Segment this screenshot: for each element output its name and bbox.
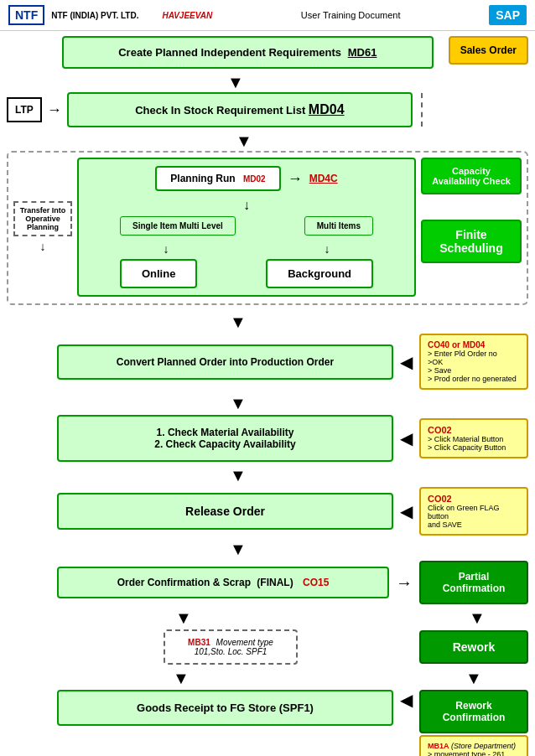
create-planned-label: Create Planned Independent Requirements bbox=[118, 46, 341, 59]
md61-code: MD61 bbox=[348, 46, 377, 59]
check-avail-main: 1. Check Material Availability 2. Check … bbox=[57, 415, 393, 462]
arrow-3: ▼ bbox=[7, 310, 528, 334]
co002-rel-l2: and SAVE bbox=[428, 520, 520, 529]
finite-scheduling-box: Finite Scheduling bbox=[421, 220, 522, 263]
arrows-7: ▼ ▼ bbox=[7, 606, 528, 629]
header: NTF NTF (INDIA) PVT. LTD. HAVJEEVAN User… bbox=[0, 0, 535, 31]
mb1a-box: MB1A (Store Department) > movement type … bbox=[419, 735, 528, 756]
arrow-6: ▼ bbox=[7, 537, 528, 561]
md02-code: MD02 bbox=[243, 174, 266, 184]
mb1a-sub: (Store Department) bbox=[451, 742, 516, 750]
main-content: Create Planned Independent Requirements … bbox=[0, 31, 535, 756]
partial-confirmation-box: Partial Confirmation bbox=[419, 561, 528, 604]
planning-right: Capacity Availability Check ↓ Finite Sch… bbox=[421, 158, 522, 297]
single-multi-row: Single Item Multi Level Multi Items bbox=[86, 216, 408, 236]
mb1a-row: MB1A (Store Department) > movement type … bbox=[7, 735, 528, 756]
co002-check-box: CO02 > Click Material Button > Click Cap… bbox=[419, 418, 528, 458]
goods-receipt-box: Goods Receipt to FG Store (SPF1) bbox=[57, 690, 393, 726]
goods-receipt-row: Goods Receipt to FG Store (SPF1) ◀ Rewor… bbox=[57, 690, 528, 733]
order-confirm-final: (FINAL) bbox=[257, 577, 293, 588]
order-confirm-row: Order Confirmation & Scrap (FINAL) CO15 … bbox=[57, 561, 528, 604]
check-avail-row: 1. Check Material Availability 2. Check … bbox=[57, 415, 528, 462]
co40-line1: > Enter Pld Order no bbox=[428, 350, 520, 358]
release-main: Release Order bbox=[57, 493, 393, 530]
sap-logo: SAP bbox=[489, 5, 527, 25]
check-mat-1: 1. Check Material Availability bbox=[65, 427, 385, 438]
arrow-2: ▼ bbox=[74, 131, 414, 151]
online-bg-row: Online Background bbox=[86, 259, 408, 288]
planning-inner-box: Planning Run MD02 → MD4C ↓ Single Item M… bbox=[77, 158, 416, 297]
create-planned-box: Create Planned Independent Requirements … bbox=[62, 36, 434, 69]
background-box: Background bbox=[266, 259, 373, 288]
check-stock-section: LTP → Check In Stock Requirement List MD… bbox=[7, 92, 528, 127]
planning-run-row: Planning Run MD02 → MD4C bbox=[86, 166, 408, 191]
mb31-title: MB31 bbox=[188, 638, 210, 647]
company-name-text: NTF (INDIA) PVT. LTD. bbox=[51, 11, 138, 20]
release-row: Release Order ◀ CO02 Click on Green FLAG… bbox=[57, 487, 528, 536]
arrow-5: ▼ bbox=[7, 463, 528, 487]
planning-run-label: Planning Run bbox=[170, 173, 235, 184]
planning-run-box: Planning Run MD02 bbox=[155, 166, 280, 191]
create-planned-section: Create Planned Independent Requirements … bbox=[7, 36, 528, 69]
planning-dashed-section: Transfer Into Operative Planning ↓ Plann… bbox=[7, 151, 528, 305]
check-avail-box: 1. Check Material Availability 2. Check … bbox=[57, 415, 393, 462]
hayjeevaan: HAVJEEVAN bbox=[162, 11, 212, 20]
header-left: NTF NTF (INDIA) PVT. LTD. HAVJEEVAN bbox=[8, 5, 212, 25]
co40-title: CO40 or MD04 bbox=[428, 340, 520, 350]
mb31-box: MB31 Movement type 101,Sto. Loc. SPF1 bbox=[164, 629, 298, 665]
check-mat-2: 2. Check Capacity Availability bbox=[65, 438, 385, 450]
arrows-8: ▼ ▼ bbox=[7, 666, 528, 690]
goods-receipt-main: Goods Receipt to FG Store (SPF1) bbox=[57, 690, 393, 733]
mb31-rework-row: MB31 Movement type 101,Sto. Loc. SPF1 Re… bbox=[7, 629, 528, 665]
co40-box: CO40 or MD04 > Enter Pld Order no >OK > … bbox=[419, 334, 528, 390]
user-training-label: User Training Document bbox=[301, 10, 401, 20]
co40-line3: > Save bbox=[428, 366, 520, 375]
rework-box: Rework bbox=[419, 630, 528, 664]
co15-label: CO15 bbox=[303, 577, 329, 588]
ntf-logo: NTF bbox=[8, 5, 44, 25]
release-box: Release Order bbox=[57, 493, 393, 530]
md4c-code: MD4C bbox=[309, 173, 338, 184]
capacity-box: Capacity Availability Check bbox=[421, 158, 522, 194]
co002-rel-l1: Click on Green FLAG button bbox=[428, 504, 520, 520]
mb1a-l1: > movement type - 261 bbox=[428, 750, 520, 756]
co002-release-box: CO02 Click on Green FLAG button and SAVE bbox=[419, 487, 528, 536]
multi-items-box: Multi Items bbox=[304, 216, 373, 236]
transfer-label: Transfer Into Operative Planning bbox=[18, 206, 67, 231]
planning-left: Transfer Into Operative Planning ↓ bbox=[13, 158, 72, 297]
order-confirm-label: Order Confirmation & Scrap bbox=[117, 577, 251, 588]
convert-row: Convert Planned Order into Production Or… bbox=[57, 334, 528, 390]
arrow-4: ▼ bbox=[7, 391, 528, 415]
arrow-1: ▼ bbox=[57, 72, 414, 92]
co002-check-l1: > Click Material Button bbox=[428, 435, 520, 443]
co40-line2: >OK bbox=[428, 358, 520, 366]
transfer-box: Transfer Into Operative Planning bbox=[13, 201, 72, 236]
order-confirm-box: Order Confirmation & Scrap (FINAL) CO15 bbox=[57, 567, 389, 598]
company-name: NTF (INDIA) PVT. LTD. bbox=[51, 11, 138, 20]
co002-release-title: CO02 bbox=[428, 494, 520, 504]
co002-check-l2: > Click Capacity Button bbox=[428, 443, 520, 452]
check-stock-label: Check In Stock Requirement List bbox=[135, 104, 309, 117]
convert-box: Convert Planned Order into Production Or… bbox=[57, 344, 393, 380]
ltp-box: LTP bbox=[7, 97, 42, 122]
co002-check-title: CO02 bbox=[428, 425, 520, 435]
convert-main: Convert Planned Order into Production Or… bbox=[57, 344, 393, 380]
mb1a-title: MB1A bbox=[428, 742, 449, 750]
planning-section: Transfer Into Operative Planning ↓ Plann… bbox=[13, 158, 522, 297]
planning-center: Planning Run MD02 → MD4C ↓ Single Item M… bbox=[77, 158, 416, 297]
co40-line4: > Prod order no generated bbox=[428, 375, 520, 383]
sales-order-box: Sales Order bbox=[449, 36, 528, 65]
rework-confirmation-box: Rework Confirmation bbox=[419, 690, 528, 733]
check-stock-box: Check In Stock Requirement List MD04 bbox=[67, 92, 413, 127]
online-box: Online bbox=[120, 259, 197, 288]
single-item-box: Single Item Multi Level bbox=[120, 216, 236, 236]
md04-code: MD04 bbox=[309, 102, 345, 117]
order-confirm-main: Order Confirmation & Scrap (FINAL) CO15 bbox=[57, 567, 389, 598]
